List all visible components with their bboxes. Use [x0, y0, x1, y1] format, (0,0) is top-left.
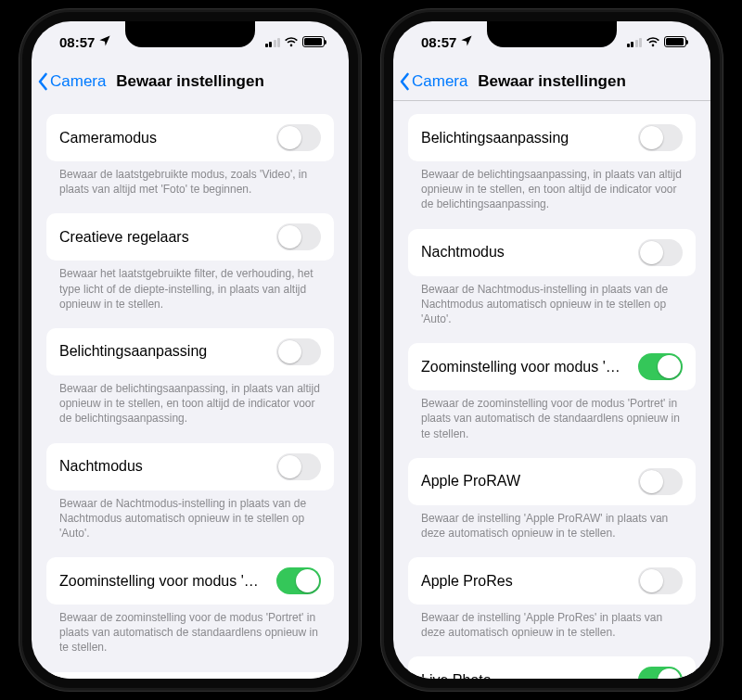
setting-row[interactable]: Cameramodus: [46, 114, 334, 161]
setting-group: Zoominstelling voor modus 'Portr…Bewaar …: [46, 557, 334, 655]
setting-row[interactable]: Nachtmodus: [408, 229, 696, 276]
setting-row[interactable]: Live Photo: [408, 656, 696, 679]
setting-row[interactable]: Apple ProRes: [408, 557, 696, 605]
notch: [125, 21, 255, 47]
setting-row[interactable]: Belichtingsaanpassing: [46, 328, 334, 375]
setting-label: Apple ProRes: [421, 573, 513, 590]
toggle-switch[interactable]: [638, 468, 683, 495]
nav-title: Bewaar instellingen: [478, 72, 626, 91]
cellular-icon: [265, 37, 281, 47]
nav-title: Bewaar instellingen: [116, 72, 264, 91]
setting-label: Belichtingsaanpassing: [59, 343, 207, 360]
setting-group: NachtmodusBewaar de Nachtmodus-instellin…: [46, 443, 334, 541]
back-label: Camera: [50, 72, 106, 91]
chevron-left-icon: [37, 72, 48, 91]
back-button[interactable]: Camera: [37, 72, 106, 91]
back-button[interactable]: Camera: [399, 72, 467, 91]
battery-icon: [664, 36, 686, 47]
location-icon: [460, 34, 473, 50]
cellular-icon: [627, 37, 643, 47]
setting-row[interactable]: Belichtingsaanpassing: [408, 114, 696, 161]
setting-row[interactable]: Zoominstelling voor modus 'Portr…: [46, 557, 334, 605]
setting-row[interactable]: Apple ProRAW: [408, 458, 696, 505]
settings-list[interactable]: CameramodusBewaar de laatstgebruikte mod…: [32, 101, 349, 679]
nav-bar: Camera Bewaar instellingen: [393, 62, 710, 101]
settings-list[interactable]: BelichtingsaanpassingBewaar de belichtin…: [393, 101, 710, 679]
setting-label: Zoominstelling voor modus 'Portr…: [59, 573, 259, 590]
setting-row[interactable]: Creatieve regelaars: [46, 213, 334, 261]
toggle-switch[interactable]: [638, 567, 683, 594]
setting-group: Apple ProRAWBewaar de instelling 'Apple …: [46, 672, 334, 679]
chevron-left-icon: [399, 72, 410, 91]
phone-frame-right: 08:57 Camera: [381, 9, 723, 691]
setting-label: Belichtingsaanpassing: [421, 130, 569, 146]
setting-label: Cameramodus: [59, 130, 157, 146]
setting-row[interactable]: Apple ProRAW: [46, 672, 334, 679]
setting-group: CameramodusBewaar de laatstgebruikte mod…: [46, 114, 334, 197]
setting-label: Zoominstelling voor modus 'Portr…: [421, 359, 620, 375]
toggle-switch[interactable]: [276, 223, 321, 250]
setting-label: Live Photo: [421, 672, 492, 679]
setting-footer: Bewaar de zoominstelling voor de modus '…: [46, 605, 334, 655]
setting-group: Zoominstelling voor modus 'Portr…Bewaar …: [408, 343, 696, 441]
location-icon: [98, 34, 111, 50]
setting-group: Apple ProRAWBewaar de instelling 'Apple …: [408, 458, 696, 541]
notch: [487, 21, 617, 47]
setting-footer: Bewaar de instelling 'Apple ProRAW' in p…: [408, 505, 696, 541]
wifi-icon: [646, 34, 660, 50]
setting-footer: Bewaar de Nachtmodus-instelling in plaat…: [408, 276, 696, 327]
setting-footer: Bewaar de laatstgebruikte modus, zoals '…: [46, 161, 334, 197]
toggle-switch[interactable]: [276, 453, 321, 480]
setting-group: BelichtingsaanpassingBewaar de belichtin…: [408, 114, 696, 212]
setting-label: Nachtmodus: [59, 458, 143, 475]
setting-row[interactable]: Nachtmodus: [46, 443, 334, 490]
setting-footer: Bewaar het laatstgebruikte filter, de ve…: [46, 261, 334, 312]
back-label: Camera: [412, 72, 467, 91]
setting-footer: Bewaar de zoominstelling voor de modus '…: [408, 390, 696, 441]
setting-row[interactable]: Zoominstelling voor modus 'Portr…: [408, 343, 696, 390]
toggle-switch[interactable]: [276, 124, 321, 151]
setting-footer: Bewaar de instelling 'Apple ProRes' in p…: [408, 605, 696, 640]
setting-group: NachtmodusBewaar de Nachtmodus-instellin…: [408, 229, 696, 327]
toggle-switch[interactable]: [638, 353, 683, 380]
battery-icon: [302, 36, 325, 47]
setting-group: Apple ProResBewaar de instelling 'Apple …: [408, 557, 696, 640]
nav-bar: Camera Bewaar instellingen: [32, 62, 349, 101]
setting-label: Creatieve regelaars: [59, 229, 189, 246]
toggle-switch[interactable]: [276, 567, 321, 594]
setting-group: Creatieve regelaarsBewaar het laatstgebr…: [46, 213, 334, 312]
setting-label: Nachtmodus: [421, 244, 505, 261]
setting-footer: Bewaar de Nachtmodus-instelling in plaat…: [46, 490, 334, 541]
setting-footer: Bewaar de belichtingsaanpassing, in plaa…: [408, 161, 696, 212]
toggle-switch[interactable]: [638, 124, 683, 151]
status-time: 08:57: [59, 34, 95, 50]
setting-footer: Bewaar de belichtingsaanpassing, in plaa…: [46, 375, 334, 426]
setting-group: BelichtingsaanpassingBewaar de belichtin…: [46, 328, 334, 426]
toggle-switch[interactable]: [638, 239, 683, 266]
status-time: 08:57: [421, 34, 456, 50]
toggle-switch[interactable]: [638, 667, 683, 679]
setting-group: Live PhotoBewaar de Live Photo-instellin…: [408, 656, 696, 679]
phone-frame-left: 08:57 Camera: [19, 9, 361, 691]
toggle-switch[interactable]: [276, 338, 321, 365]
wifi-icon: [284, 34, 299, 50]
setting-label: Apple ProRAW: [421, 473, 520, 490]
